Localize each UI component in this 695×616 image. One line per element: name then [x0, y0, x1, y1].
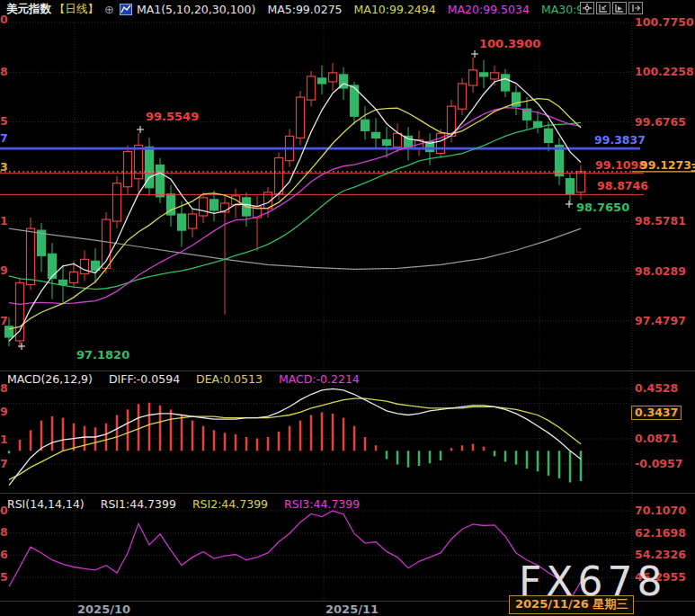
mini-chart-icon — [120, 4, 132, 15]
left-clipped-digit: 3 — [0, 161, 8, 174]
rsi-name: RSI(14,14,14) — [7, 497, 85, 511]
x-axis-label-nov: 2025/11 — [325, 603, 379, 616]
price-annotation: 97.1820 — [76, 349, 129, 362]
rsi-axis-tick: 70.1070 — [635, 504, 686, 517]
y-axis-tick: 100.2258 — [635, 66, 694, 78]
scroll-pane-icon[interactable] — [612, 2, 627, 14]
shift-pane-icon[interactable] — [628, 2, 643, 14]
macd-macd-value: MACD:-0.2214 — [279, 372, 360, 386]
shrink-pane-icon[interactable] — [596, 2, 610, 14]
chart-toolbar — [580, 2, 643, 14]
macd-header: MACD(26,12,9) DIFF:-0.0594 DEA:0.0513 MA… — [7, 372, 372, 386]
left-clipped-digit: 8 — [0, 66, 8, 78]
left-clipped-digit: 8 — [0, 382, 8, 395]
price-annotation: 98.7650 — [576, 201, 629, 214]
macd-axis-tick: 0.4528 — [635, 382, 678, 395]
y-axis-tick: 99.6765 — [635, 116, 686, 129]
rsi1-value: RSI1:44.7399 — [101, 497, 176, 511]
left-clipped-digit: 6 — [0, 549, 8, 561]
red-level-upper-label: 99.1098 — [595, 159, 646, 172]
left-clipped-digit: 0 — [0, 13, 8, 26]
rsi-header: RSI(14,14,14) RSI1:44.7399 RSI2:44.7399 … — [7, 497, 372, 511]
y-axis-tick: 98.5781 — [635, 215, 686, 228]
left-clipped-digit: 8 — [0, 526, 8, 539]
right-edge-clipped-digit: 3 — [691, 161, 695, 174]
ma10-value: MA10:99.2494 — [354, 3, 436, 16]
ma20-value: MA20:99.5034 — [448, 3, 530, 16]
left-clipped-digit: 7 — [0, 132, 8, 145]
indicator-settings-icon[interactable]: ⊕ — [104, 3, 114, 16]
left-clipped-digit: 5 — [0, 115, 8, 128]
left-clipped-digit: 0 — [0, 504, 8, 517]
blue-level-label: 99.3837 — [594, 134, 646, 147]
period-label: 【日线】 — [54, 2, 99, 17]
macd-axis-tick: 0.3437 — [631, 406, 682, 420]
left-clipped-digit: 7 — [0, 315, 8, 327]
left-clipped-digit: 1 — [0, 433, 8, 446]
kline-chart-app: 美元指数 【日线】 ⊕ MA1(5,10,20,30,100) MA5:99.0… — [0, 0, 695, 616]
left-clipped-digit: 5 — [0, 571, 8, 584]
current-price-label: 99.1273 — [640, 159, 691, 172]
watermark: FX678 — [519, 558, 666, 604]
rsi-axis-tick: 62.1698 — [635, 527, 686, 540]
crosshair-icon[interactable] — [580, 2, 594, 14]
y-axis-tick: 100.7750 — [635, 16, 694, 29]
left-clipped-digit: 9 — [0, 264, 8, 277]
rsi3-value: RSI3:44.7399 — [284, 497, 360, 511]
left-clipped-digit: 9 — [0, 406, 8, 418]
price-annotation: 99.5549 — [146, 111, 199, 123]
macd-axis-tick: -0.0957 — [635, 458, 682, 470]
left-clipped-digit: 7 — [0, 458, 8, 470]
macd-name: MACD(26,12,9) — [7, 372, 93, 386]
price-annotation: 100.3900 — [479, 38, 540, 50]
rsi2-value: RSI2:44.7399 — [192, 497, 268, 511]
chart-canvas[interactable] — [0, 0, 695, 616]
macd-dea-value: DEA:0.0513 — [196, 372, 263, 386]
macd-axis-tick: 0.0871 — [635, 433, 678, 445]
instrument-title: 美元指数 — [6, 2, 51, 17]
red-level-lower-label: 98.8746 — [597, 180, 648, 192]
ma-group-label: MA1(5,10,20,30,100) — [137, 3, 255, 16]
chart-header: 美元指数 【日线】 ⊕ MA1(5,10,20,30,100) MA5:99.0… — [6, 2, 606, 17]
ma5-value: MA5:99.0275 — [267, 3, 342, 16]
x-axis-label-oct: 2025/10 — [77, 603, 130, 616]
macd-diff-value: DIFF:-0.0594 — [109, 372, 180, 386]
y-axis-tick: 97.4797 — [635, 315, 686, 327]
left-clipped-digit: 1 — [0, 215, 8, 228]
y-axis-tick: 98.0289 — [635, 265, 686, 278]
